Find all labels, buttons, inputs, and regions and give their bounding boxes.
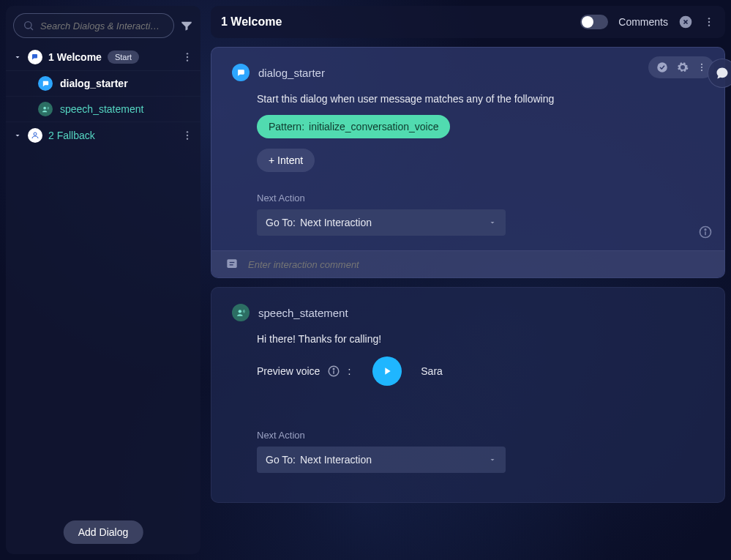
chevron-down-icon[interactable]	[13, 53, 22, 61]
card-toolbar	[648, 56, 714, 78]
chat-launcher-button[interactable]	[708, 59, 731, 88]
svg-point-17	[701, 70, 702, 71]
goto-label: Go To:	[266, 217, 296, 228]
check-circle-icon[interactable]	[656, 61, 669, 74]
dialog-row-welcome[interactable]: 1 Welcome Start	[6, 44, 200, 71]
voice-name: Sara	[421, 365, 443, 377]
chevron-down-icon	[488, 455, 497, 464]
add-intent-button[interactable]: + Intent	[257, 149, 315, 172]
preview-voice-label: Preview voice	[257, 365, 320, 377]
svg-point-2	[187, 53, 188, 54]
speech-icon	[232, 304, 250, 321]
comments-toggle[interactable]	[580, 15, 608, 29]
next-action-label: Next Action	[257, 193, 704, 204]
more-icon[interactable]	[703, 15, 715, 29]
speech-message: Hi there! Thanks for calling!	[257, 333, 704, 345]
comment-icon	[225, 257, 239, 272]
pattern-value: initialize_conversation_voice	[309, 121, 438, 132]
more-icon[interactable]	[181, 130, 193, 141]
comments-label: Comments	[618, 16, 668, 28]
svg-point-13	[708, 24, 710, 26]
svg-rect-21	[227, 259, 236, 268]
play-button[interactable]	[372, 356, 402, 386]
dialog-icon	[28, 50, 42, 64]
svg-point-14	[657, 62, 667, 72]
starter-description: Start this dialog when user message matc…	[257, 93, 704, 105]
svg-point-3	[187, 56, 188, 58]
comment-input[interactable]	[248, 259, 711, 270]
goto-label: Go To:	[266, 454, 296, 466]
sidebar-item-speech-statement[interactable]: speech_statement	[6, 97, 200, 122]
search-input[interactable]	[40, 20, 165, 31]
sidebar-item-label: speech_statement	[60, 103, 143, 115]
dialog-title: 2 Fallback	[48, 130, 95, 141]
svg-point-7	[187, 131, 188, 132]
next-action-select[interactable]: Go To: Next Interaction	[257, 447, 506, 473]
dialog-row-fallback[interactable]: 2 Fallback	[6, 122, 200, 149]
pattern-chip[interactable]: Pattern: initialize_conversation_voice	[257, 115, 450, 138]
svg-point-12	[708, 21, 710, 23]
svg-point-15	[701, 64, 702, 65]
add-dialog-button[interactable]: Add Dialog	[64, 520, 143, 544]
next-action-select[interactable]: Go To: Next Interaction	[257, 209, 506, 236]
gear-icon[interactable]	[676, 61, 689, 74]
main: 1 Welcome Comments di	[211, 6, 725, 554]
next-action-label: Next Action	[257, 430, 704, 441]
search-box[interactable]	[13, 13, 174, 38]
svg-point-11	[708, 18, 710, 19]
svg-point-16	[701, 67, 702, 68]
card-dialog-starter: dialog_starter Start this dialog when us…	[211, 47, 725, 278]
comment-bar	[211, 250, 724, 277]
svg-point-4	[187, 59, 188, 61]
sidebar-item-dialog-starter[interactable]: dialog_starter	[6, 71, 200, 97]
card-title: speech_statement	[258, 307, 348, 319]
goto-value: Next Interaction	[300, 217, 372, 228]
svg-point-24	[238, 310, 241, 313]
page-title: 1 Welcome	[221, 15, 282, 29]
svg-point-27	[334, 368, 335, 370]
svg-point-8	[187, 135, 188, 136]
start-badge: Start	[108, 51, 139, 64]
colon: :	[348, 365, 350, 377]
more-icon[interactable]	[697, 61, 707, 74]
filter-icon[interactable]	[180, 19, 193, 32]
header: 1 Welcome Comments	[211, 6, 725, 38]
card-title: dialog_starter	[258, 67, 325, 79]
svg-point-5	[43, 106, 46, 109]
fallback-icon	[28, 128, 42, 143]
svg-point-20	[705, 229, 706, 231]
svg-point-6	[34, 132, 37, 135]
sidebar-item-label: dialog_starter	[60, 78, 128, 89]
dialog-title: 1 Welcome	[48, 51, 102, 63]
svg-point-9	[187, 138, 188, 139]
dialog-tree: 1 Welcome Start dialog_starter speech_st…	[6, 44, 200, 554]
info-icon[interactable]	[327, 365, 340, 378]
sidebar: 1 Welcome Start dialog_starter speech_st…	[6, 6, 200, 554]
info-icon[interactable]	[698, 225, 713, 239]
close-circle-icon[interactable]	[678, 15, 693, 29]
card-speech-statement: speech_statement Hi there! Thanks for ca…	[211, 287, 725, 503]
chevron-down-icon	[488, 218, 497, 227]
more-icon[interactable]	[181, 51, 193, 63]
starter-icon	[232, 64, 250, 81]
speech-icon	[38, 102, 53, 116]
svg-point-0	[25, 22, 31, 29]
pattern-label: Pattern:	[269, 121, 304, 132]
svg-line-1	[31, 28, 33, 30]
chevron-down-icon[interactable]	[13, 131, 22, 140]
search-icon	[23, 20, 34, 31]
goto-value: Next Interaction	[300, 454, 372, 466]
starter-icon	[38, 76, 53, 91]
